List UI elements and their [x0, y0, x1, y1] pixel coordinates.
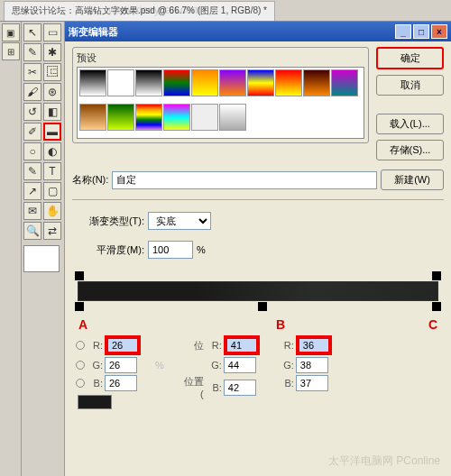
- pen-tool-icon[interactable]: ✎: [23, 162, 41, 180]
- stamp-tool-icon[interactable]: ⊛: [43, 83, 61, 101]
- tool-options-col: ▣ ⊞: [0, 22, 22, 476]
- name-row: 名称(N): 新建(W): [72, 169, 444, 190]
- rgb-col-b: 位R: G: 位置(B:: [182, 335, 260, 411]
- color-stops-values: R: G:% B: 位R: G: 位置(B: R: G: B:: [72, 335, 444, 411]
- move-tool-icon[interactable]: ↖: [23, 23, 41, 41]
- smoothness-label: 平滑度(M):: [72, 243, 144, 257]
- gradient-swatch[interactable]: [107, 69, 134, 96]
- minimize-button[interactable]: _: [395, 24, 411, 39]
- gradient-swatch[interactable]: [135, 69, 162, 96]
- radio-icon[interactable]: [76, 341, 85, 350]
- type-tool-icon[interactable]: T: [43, 162, 61, 180]
- rgb-col-c: R: G: B:: [278, 335, 332, 411]
- gradient-swatch[interactable]: [219, 69, 246, 96]
- annotation-b: B: [276, 317, 285, 332]
- crop-tool-icon[interactable]: ✂: [23, 63, 41, 81]
- g-input-b[interactable]: [224, 357, 256, 373]
- document-tab[interactable]: 思缘设计论坛：高端钻文字效果.psd @ 66.7% (图层 1, RGB/8)…: [4, 1, 275, 21]
- zoom-tool-icon[interactable]: 🔍: [23, 222, 41, 240]
- g-input-a[interactable]: [105, 357, 137, 373]
- color-swatch-a[interactable]: [78, 395, 112, 409]
- lasso-tool-icon[interactable]: ✎: [23, 43, 41, 61]
- annotation-a: A: [78, 317, 87, 332]
- percent-label: %: [197, 244, 206, 255]
- marquee-tool-icon[interactable]: ▭: [43, 23, 61, 41]
- gradient-swatch[interactable]: [191, 69, 218, 96]
- preset-panel: 预设: [72, 47, 369, 143]
- fg-bg-swap-icon[interactable]: ⇄: [43, 222, 61, 240]
- gradient-swatch[interactable]: [331, 69, 358, 96]
- g-input-c[interactable]: [296, 357, 328, 373]
- opacity-stop-icon[interactable]: [432, 271, 441, 280]
- r-input-a[interactable]: [106, 337, 139, 353]
- preset-label: 预设: [77, 51, 364, 65]
- radio-icon[interactable]: [76, 361, 85, 370]
- color-stop-icon[interactable]: [432, 302, 441, 311]
- save-button[interactable]: 存储(S)...: [376, 140, 444, 160]
- dialog-body: 预设: [65, 41, 451, 476]
- cancel-button[interactable]: 取消: [376, 75, 444, 96]
- document-tab-bar: 思缘设计论坛：高端钻文字效果.psd @ 66.7% (图层 1, RGB/8)…: [0, 0, 451, 22]
- r-input-c[interactable]: [298, 337, 330, 353]
- tool-option-icon[interactable]: ▣: [2, 23, 20, 41]
- shape-tool-icon[interactable]: ▢: [43, 182, 61, 200]
- gradient-swatch[interactable]: [191, 104, 218, 131]
- ok-button[interactable]: 确定: [376, 47, 444, 69]
- smoothness-input[interactable]: [148, 241, 193, 259]
- foreground-color-swatch[interactable]: [23, 245, 60, 272]
- color-stop-icon[interactable]: [258, 302, 267, 311]
- gradient-swatch[interactable]: [219, 104, 246, 131]
- blur-tool-icon[interactable]: ○: [23, 142, 41, 160]
- gradient-type-row: 渐变类型(T): 实底: [72, 212, 444, 230]
- close-button[interactable]: ×: [431, 24, 447, 39]
- gradient-swatch[interactable]: [303, 69, 330, 96]
- gradient-swatch[interactable]: [163, 104, 190, 131]
- load-button[interactable]: 载入(L)...: [376, 114, 444, 134]
- gradient-swatch[interactable]: [275, 69, 302, 96]
- slice-tool-icon[interactable]: ⿷: [43, 63, 61, 81]
- smoothness-row: 平滑度(M): %: [72, 241, 444, 259]
- notes-tool-icon[interactable]: ✉: [23, 202, 41, 220]
- opacity-stop-icon[interactable]: [75, 271, 84, 280]
- gradient-type-select[interactable]: 实底: [148, 212, 211, 230]
- brush-tool-icon[interactable]: 🖌: [23, 83, 41, 101]
- history-brush-icon[interactable]: ↺: [23, 103, 41, 121]
- color-stop-icon[interactable]: [75, 302, 84, 311]
- dialog-button-column: 确定 取消 载入(L)... 存储(S)...: [376, 47, 444, 160]
- b-input-b[interactable]: [224, 380, 256, 396]
- dodge-tool-icon[interactable]: ◐: [43, 142, 61, 160]
- eyedropper-tool-icon[interactable]: ✐: [23, 123, 41, 141]
- gradient-tool-icon[interactable]: ▬: [43, 123, 61, 141]
- radio-icon[interactable]: [76, 379, 85, 388]
- path-tool-icon[interactable]: ↗: [23, 182, 41, 200]
- gradient-swatch[interactable]: [107, 104, 134, 131]
- gradient-swatch[interactable]: [247, 69, 274, 96]
- main-area: ▣ ⊞ ↖ ▭ ✎ ✱ ✂ ⿷ 🖌 ⊛ ↺ ◧ ✐ ▬ ○ ◐ ✎ T ↗ ▢ …: [0, 22, 451, 476]
- b-input-c[interactable]: [296, 375, 328, 391]
- b-input-a[interactable]: [105, 375, 137, 391]
- new-button[interactable]: 新建(W): [381, 169, 444, 190]
- annotation-c: C: [428, 317, 437, 332]
- toolbox: ↖ ▭ ✎ ✱ ✂ ⿷ 🖌 ⊛ ↺ ◧ ✐ ▬ ○ ◐ ✎ T ↗ ▢ ✉ ✋ …: [22, 22, 65, 476]
- wand-tool-icon[interactable]: ✱: [43, 43, 61, 61]
- dialog-title: 渐变编辑器: [69, 25, 118, 39]
- name-input[interactable]: [112, 171, 377, 189]
- preset-grid[interactable]: [77, 67, 364, 139]
- gradient-editor-dialog: 渐变编辑器 _ □ × 预设: [65, 22, 451, 476]
- gradient-swatch[interactable]: [163, 69, 190, 96]
- gradient-swatch[interactable]: [79, 69, 106, 96]
- hand-tool-icon[interactable]: ✋: [43, 202, 61, 220]
- dialog-titlebar: 渐变编辑器 _ □ ×: [65, 22, 451, 41]
- name-label: 名称(N):: [72, 173, 108, 187]
- gradient-swatch[interactable]: [135, 104, 162, 131]
- dialog-left: 预设: [72, 47, 444, 471]
- maximize-button[interactable]: □: [413, 24, 429, 39]
- tool-option-icon[interactable]: ⊞: [2, 42, 20, 60]
- r-input-b[interactable]: [226, 337, 258, 353]
- rgb-col-a: R: G:% B:: [76, 335, 164, 411]
- eraser-tool-icon[interactable]: ◧: [43, 103, 61, 121]
- gradient-swatch[interactable]: [79, 104, 106, 131]
- gradient-preview-bar[interactable]: A B C: [78, 281, 438, 301]
- gradient-type-label: 渐变类型(T):: [72, 215, 144, 228]
